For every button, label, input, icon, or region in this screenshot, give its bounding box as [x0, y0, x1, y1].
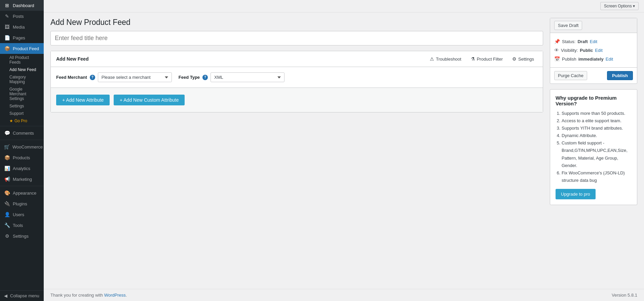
status-label: Status:: [562, 39, 575, 44]
merchant-group: Feed Merchant ? Please select a merchant: [56, 72, 172, 82]
footer: Thank you for creating with WordPress. V…: [44, 289, 644, 301]
gear-icon: ⚙: [512, 56, 517, 62]
woocommerce-icon: 🛒: [4, 144, 10, 149]
feed-type-label: Feed Type: [179, 75, 200, 80]
collapse-menu-button[interactable]: ◀ Collapse menu: [0, 290, 44, 301]
premium-list: Supports more than 50 products. Access t…: [556, 110, 632, 184]
media-icon: 🖼: [4, 24, 10, 30]
content-area: Add New Product Feed Add New Feed ⚠ Trou…: [44, 12, 644, 289]
main-column: Add New Product Feed Add New Feed ⚠ Trou…: [50, 18, 543, 283]
sidebar-item-posts[interactable]: ✎ Posts: [0, 11, 44, 22]
visibility-value: Public: [580, 48, 593, 53]
publish-edit-link[interactable]: Edit: [606, 57, 613, 62]
analytics-icon: 📊: [4, 166, 10, 171]
premium-item-5: Custom field support - Brand,GTIN,MPN,UP…: [562, 139, 632, 169]
posts-icon: ✎: [4, 13, 10, 19]
topbar: Screen Options ▾: [44, 0, 644, 12]
star-icon: ★: [9, 119, 13, 123]
panel-header: Add New Feed ⚠ Troubleshoot ⚗ Product Fi…: [51, 51, 543, 67]
publish-value: immediately: [578, 57, 604, 62]
troubleshoot-button[interactable]: ⚠ Troubleshoot: [426, 55, 464, 63]
sidebar-item-tools[interactable]: 🔧 Tools: [0, 220, 44, 231]
merchant-select[interactable]: Please select a merchant: [98, 72, 172, 82]
panel-title: Add New Feed: [56, 56, 88, 62]
status-edit-link[interactable]: Edit: [590, 39, 597, 44]
pages-icon: 📄: [4, 35, 10, 40]
premium-item-2: Access to a elite support team.: [562, 117, 632, 125]
publish-box-footer: Purge Cache Publish: [550, 67, 637, 83]
comments-icon: 💬: [4, 130, 10, 136]
visibility-row: 👁 Visibility: Public Edit: [554, 46, 633, 55]
tools-icon: 🔧: [4, 223, 10, 228]
sidebar-item-product-feed[interactable]: 📦 Product Feed: [0, 43, 44, 54]
page-title: Add New Product Feed: [50, 18, 543, 27]
publish-label: Publish: [562, 57, 576, 62]
sidebar-item-users[interactable]: 👤 Users: [0, 209, 44, 220]
add-new-feed-panel: Add New Feed ⚠ Troubleshoot ⚗ Product Fi…: [50, 51, 543, 112]
warning-icon: ⚠: [430, 56, 434, 62]
publish-row: 📅 Publish immediately Edit: [554, 55, 633, 63]
publish-button[interactable]: Publish: [607, 71, 633, 80]
purge-cache-button[interactable]: Purge Cache: [554, 71, 587, 80]
appearance-icon: 🎨: [4, 190, 10, 196]
visibility-label: Visibility:: [561, 48, 578, 53]
sidebar-item-comments[interactable]: 💬 Comments: [0, 128, 44, 138]
premium-title: Why upgrade to Premium Version?: [556, 95, 632, 106]
sidebar-item-settings[interactable]: ⚙ Settings: [0, 231, 44, 241]
panel-actions: ⚠ Troubleshoot ⚗ Product Filter ⚙ Settin…: [426, 55, 537, 63]
sidebar-item-dashboard[interactable]: ⊞ Dashboard: [0, 0, 44, 11]
filter-icon: ⚗: [471, 56, 475, 62]
settings-panel-button[interactable]: ⚙ Settings: [509, 55, 537, 63]
feed-type-select[interactable]: XML CSV TSV TXT: [211, 72, 285, 82]
sidebar-item-plugins[interactable]: 🔌 Plugins: [0, 198, 44, 209]
sidebar-item-appearance[interactable]: 🎨 Appearance: [0, 188, 44, 198]
version-text: Version 5.8.1: [612, 293, 637, 298]
sidebar-item-media[interactable]: 🖼 Media: [0, 22, 44, 32]
product-filter-button[interactable]: ⚗ Product Filter: [467, 55, 506, 63]
feed-form: Feed Merchant ? Please select a merchant…: [51, 67, 543, 88]
product-feed-icon: 📦: [4, 46, 10, 51]
save-draft-button[interactable]: Save Draft: [554, 21, 582, 30]
visibility-icon: 👁: [554, 47, 559, 53]
wordpress-link[interactable]: WordPress: [104, 293, 126, 298]
sidebar-item-pages[interactable]: 📄 Pages: [0, 32, 44, 43]
publish-box-header: Save Draft: [550, 18, 637, 33]
sidebar-sub-add-new-feed[interactable]: Add New Feed: [0, 66, 44, 73]
dashboard-icon: ⊞: [4, 3, 10, 8]
premium-box: Why upgrade to Premium Version? Supports…: [550, 89, 637, 205]
products-icon: 📦: [4, 155, 10, 160]
status-icon: 📌: [554, 39, 560, 44]
premium-item-4: Dynamic Attribute.: [562, 132, 632, 139]
calendar-icon: 📅: [554, 56, 560, 62]
sidebar-item-woocommerce[interactable]: 🛒 WooCommerce: [0, 141, 44, 152]
sidebar-sub-support[interactable]: Support: [0, 110, 44, 117]
marketing-icon: 📢: [4, 176, 10, 182]
sidebar-sub-all-product-feeds[interactable]: All Product Feeds: [0, 54, 44, 66]
merchant-help-icon[interactable]: ?: [90, 75, 95, 80]
sidebar-sub-settings[interactable]: Settings: [0, 102, 44, 110]
feed-type-help-icon[interactable]: ?: [202, 75, 208, 80]
sidebar-item-analytics[interactable]: 📊 Analytics: [0, 163, 44, 174]
attributes-section: + Add New Attribute + Add New Custom Att…: [51, 88, 543, 112]
upgrade-to-pro-button[interactable]: Upgrade to pro: [556, 189, 596, 199]
screen-options-button[interactable]: Screen Options ▾: [600, 2, 639, 10]
collapse-icon: ◀: [4, 293, 7, 298]
add-new-attribute-button[interactable]: + Add New Attribute: [56, 95, 110, 105]
publish-box-body: 📌 Status: Draft Edit 👁 Visibility: Publi…: [550, 33, 637, 67]
sidebar-sub-google-merchant[interactable]: Google Merchant Settings: [0, 86, 44, 102]
footer-text: Thank you for creating with WordPress.: [50, 293, 127, 298]
sidebar-item-marketing[interactable]: 📢 Marketing: [0, 174, 44, 185]
publish-box: Save Draft 📌 Status: Draft Edit 👁 Visibi…: [550, 18, 637, 84]
feed-type-group: Feed Type ? XML CSV TSV TXT: [179, 72, 285, 82]
sidebar-item-products[interactable]: 📦 Products: [0, 152, 44, 163]
feed-title-input[interactable]: [50, 31, 543, 45]
main-area: Screen Options ▾ Add New Product Feed Ad…: [44, 0, 644, 301]
premium-item-1: Supports more than 50 products.: [562, 110, 632, 117]
sidebar-sub-category-mapping[interactable]: Category Mapping: [0, 73, 44, 86]
sidebar-sub-go-pro[interactable]: ★ Go Pro: [0, 117, 44, 125]
side-column: Save Draft 📌 Status: Draft Edit 👁 Visibi…: [550, 18, 637, 283]
premium-item-6: Fix WooCommerce's (JSON-LD) structure da…: [562, 169, 632, 184]
visibility-edit-link[interactable]: Edit: [595, 48, 602, 53]
settings-icon: ⚙: [4, 233, 10, 239]
add-new-custom-attribute-button[interactable]: + Add New Custom Attribute: [114, 95, 185, 105]
